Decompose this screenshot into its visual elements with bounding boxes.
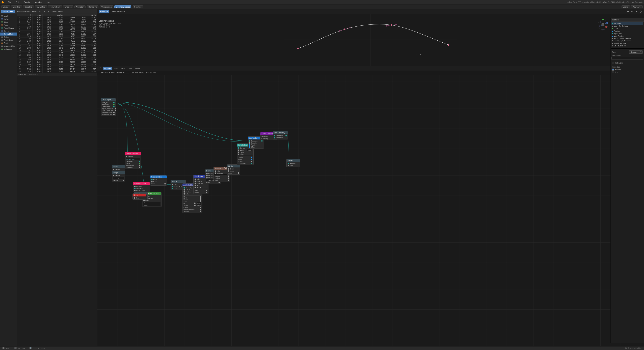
nav-face[interactable]: Face xyxy=(0,23,17,26)
tab-geonodes[interactable]: Geometry Nodes xyxy=(114,5,131,8)
tab-texture[interactable]: Texture Paint xyxy=(48,5,62,8)
menu-help[interactable]: Help xyxy=(46,1,52,4)
table-row: 0 0.018 0.000 1.616 0.307 -14.979 9.768 … xyxy=(17,16,97,19)
node-order[interactable]: Order Order xyxy=(132,193,146,200)
node-named-attr-1[interactable]: Named Attribute Attribute Sample_Prim...… xyxy=(124,152,142,169)
col-tilt[interactable]: tilt xyxy=(23,14,32,16)
nav-instances[interactable]: Instances xyxy=(0,48,17,51)
ne-path-ht2[interactable]: HairTool_v3.002 xyxy=(131,72,144,74)
tab-uv[interactable]: UV Editing xyxy=(35,5,47,8)
tool-checkbox-row[interactable]: Tool xyxy=(612,71,643,74)
ne-select[interactable]: Select xyxy=(120,67,127,70)
btn-global[interactable]: Global xyxy=(626,10,634,13)
ne-path-bezier[interactable]: BezierCurve.084 xyxy=(100,72,114,74)
tab-modeling[interactable]: Modeling xyxy=(11,5,22,8)
sidebar-item-reverse[interactable]: Do_Reverse_Tilt xyxy=(612,44,643,47)
ne-path-ht1[interactable]: HairTool_v3.002 xyxy=(116,72,129,74)
path-bezier[interactable]: BezierCurve.084 xyxy=(16,10,30,12)
nav-pointcloud[interactable]: Point Cloud xyxy=(0,38,17,41)
path-viewer[interactable]: Viewer xyxy=(58,10,63,12)
cell-tilt: 0.521 xyxy=(23,54,32,56)
tab-layout[interactable]: Layout xyxy=(1,5,10,8)
type-select[interactable]: Geometry Float Integer Vector Boolean xyxy=(629,50,643,54)
sidebar-item-mesh[interactable]: Mesh_To_Boolean xyxy=(612,25,643,27)
node-sample-index[interactable]: Sample Index Float Index Value xyxy=(150,175,167,186)
properties-label: Properties xyxy=(612,66,643,68)
sidebar-label-lowfq: LowFQ_Angle_Threshold xyxy=(614,40,631,42)
modifier-checkbox-row[interactable]: ✓ Modifier xyxy=(612,68,643,71)
overlay-toggle[interactable]: ◑ xyxy=(634,10,638,13)
btn-view[interactable]: User Perspective xyxy=(110,10,126,13)
nr-si-val: Value xyxy=(151,183,166,185)
btn-viewlayer[interactable]: ViewLayer xyxy=(631,5,643,8)
ne-path-0[interactable]: ▪ xyxy=(98,72,99,74)
tab-compositing[interactable]: Compositing xyxy=(100,5,113,8)
nav-face-corner[interactable]: Face Corner xyxy=(0,26,17,29)
col-val3[interactable] xyxy=(42,14,52,16)
ne-node[interactable]: Node xyxy=(134,67,141,70)
nav-spline[interactable]: Spline xyxy=(0,35,17,38)
sidebar-item-inputcurve[interactable]: InputCurve xyxy=(612,32,643,35)
nav-vertex[interactable]: Vertex xyxy=(0,17,17,20)
nav-volume[interactable]: Volume Grids xyxy=(0,44,17,48)
path-hairtool[interactable]: HairTool_v3.002 xyxy=(32,10,45,12)
sidebar-hide-value[interactable]: Hide Value xyxy=(612,61,643,64)
node-group-input[interactable]: Group Input Synt_Dec InputCurve xyxy=(100,98,116,116)
cell-val5: 14.115 xyxy=(64,44,76,47)
sidebar-item-position[interactable]: Position xyxy=(612,30,643,32)
btn-scene[interactable]: Scene xyxy=(622,5,630,8)
ne-view[interactable]: View xyxy=(113,67,119,70)
nav-gizmo[interactable] xyxy=(597,19,609,30)
col-val5[interactable] xyxy=(64,14,76,16)
cell-val3: 1.616 xyxy=(42,23,52,26)
path-group[interactable]: Group.006 xyxy=(47,10,56,12)
data-table: tilt radius position Angle 0 0.018 0.000… xyxy=(17,14,97,346)
node-named-attr-2[interactable]: Named Attribute Attribute Geometry xyxy=(133,182,150,192)
nav-control-point[interactable]: Control Point xyxy=(0,32,17,35)
tab-animation[interactable]: Animation xyxy=(74,5,86,8)
col-radius[interactable]: radius xyxy=(32,14,42,16)
menu-window[interactable]: Window xyxy=(34,1,43,4)
sock-na1-offset xyxy=(139,167,140,168)
na1-name-val[interactable]: Sample_Prim... xyxy=(126,158,140,160)
col-val6[interactable] xyxy=(76,14,87,16)
tab-sculpting[interactable]: Sculpting xyxy=(23,5,34,8)
node-body-setpos: Geometry Selection Position xyxy=(248,139,264,148)
tab-shading[interactable]: Shading xyxy=(63,5,73,8)
node-integer-2[interactable]: Integer Integer 0 Integer xyxy=(112,171,125,182)
col-angle[interactable]: Angle xyxy=(87,14,97,16)
modifier-checkbox[interactable]: ✓ xyxy=(612,68,614,70)
nav-curve[interactable]: Curve xyxy=(0,29,17,32)
nav-point[interactable]: Point xyxy=(0,41,17,44)
label-div-out: Value xyxy=(228,172,232,174)
tab-rendering[interactable]: Rendering xyxy=(87,5,98,8)
node-viewer[interactable]: Viewer Geometry Value xyxy=(286,159,300,167)
nav-edge[interactable]: Edge xyxy=(0,20,17,23)
menu-file[interactable]: File xyxy=(7,1,12,4)
sidebar-item-initialres[interactable]: InitialResolution xyxy=(612,42,643,44)
cell-val3: 1.616 xyxy=(42,52,52,54)
tab-scripting[interactable]: Scripting xyxy=(133,5,143,8)
cell-pos: 0.148 xyxy=(52,54,64,56)
node-divide[interactable]: Divide Divide Value Value xyxy=(227,164,240,175)
menu-edit[interactable]: Edit xyxy=(14,1,20,4)
ne-modifier[interactable]: Modifier xyxy=(103,67,112,70)
tool-checkbox[interactable] xyxy=(612,71,614,73)
mode-edit[interactable]: Edit Mode xyxy=(98,10,109,13)
desc-input[interactable] xyxy=(612,57,643,60)
nav-mesh[interactable]: Mesh xyxy=(0,14,17,17)
col-position[interactable]: position xyxy=(52,14,64,16)
sidebar-item-instances[interactable]: Instances xyxy=(612,22,643,25)
ne-path-dyndiv[interactable]: DynDiv.002 xyxy=(146,72,156,74)
sidebar-item-curve[interactable]: Curve xyxy=(612,27,643,30)
shading-toggle[interactable]: ◯ xyxy=(639,10,643,13)
hide-value-checkbox[interactable] xyxy=(612,62,614,64)
viewer-node-btn[interactable]: Viewer Node xyxy=(1,10,15,13)
sidebar-item-lowfq[interactable]: LowFQ_Angle_Threshold xyxy=(612,40,643,42)
ne-add[interactable]: Add xyxy=(128,67,133,70)
int2-val[interactable]: 0 xyxy=(113,177,124,179)
sidebar-item-highfq[interactable]: HighFQ_Angle_Threshold xyxy=(612,37,643,40)
sidebar-item-meshpos[interactable]: MeshPosition xyxy=(612,35,643,37)
node-join-geo[interactable]: Join Geometry Geometry Geometry xyxy=(273,131,288,139)
menu-render[interactable]: Render xyxy=(23,1,31,4)
